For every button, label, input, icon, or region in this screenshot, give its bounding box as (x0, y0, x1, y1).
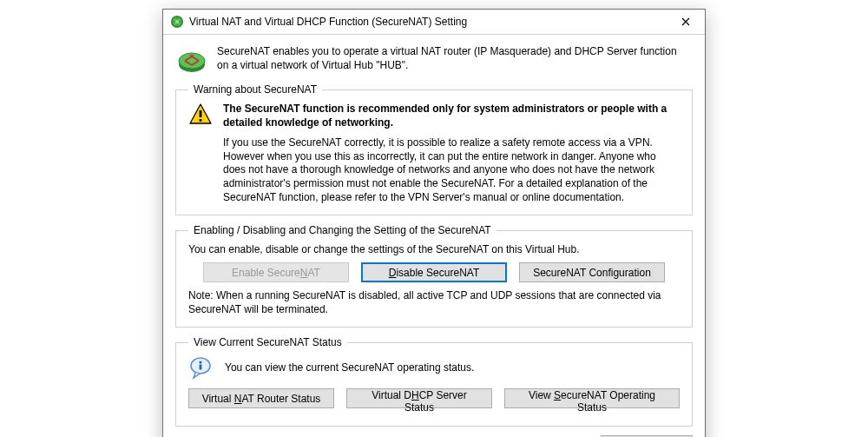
securenat-configuration-button[interactable]: SecureNAT Configuration (519, 262, 665, 282)
dialog-body: SecureNAT enables you to operate a virtu… (163, 35, 705, 437)
warning-icon (188, 103, 213, 127)
titlebar: Virtual NAT and Virtual DHCP Function (S… (163, 10, 705, 35)
status-description: You can view the current SecureNAT opera… (225, 361, 474, 374)
enable-group: Enabling / Disabling and Changing the Se… (175, 224, 693, 328)
app-icon (170, 15, 184, 29)
status-legend: View Current SecureNAT Status (188, 336, 347, 348)
close-button[interactable] (667, 10, 705, 34)
view-securenat-operating-status-button[interactable]: View SecureNAT Operating Status (504, 388, 680, 408)
warning-legend: Warning about SecureNAT (188, 83, 322, 96)
warning-body: If you use the SecureNAT correctly, it i… (223, 136, 680, 204)
disable-securenat-button[interactable]: Disable SecureNAT (361, 262, 507, 282)
window-title: Virtual NAT and Virtual DHCP Function (S… (189, 16, 667, 28)
intro-text: SecureNAT enables you to operate a virtu… (217, 45, 691, 72)
svg-rect-7 (200, 119, 202, 122)
enable-securenat-button: Enable SecureNAT (203, 262, 349, 282)
intro-section: SecureNAT enables you to operate a virtu… (177, 45, 691, 75)
virtual-nat-router-status-button[interactable]: Virtual NAT Router Status (188, 388, 334, 408)
warning-heading: The SecureNAT function is recommended on… (223, 103, 680, 129)
enable-legend: Enabling / Disabling and Changing the Se… (188, 224, 496, 236)
svg-point-2 (175, 20, 179, 23)
virtual-dhcp-server-status-button[interactable]: Virtual DHCP Server Status (346, 388, 492, 408)
svg-rect-10 (200, 365, 202, 370)
dialog-window: Virtual NAT and Virtual DHCP Function (S… (162, 9, 706, 437)
info-icon (188, 355, 213, 380)
router-icon (177, 45, 207, 75)
warning-group: Warning about SecureNAT The SecureNAT fu… (175, 83, 693, 215)
svg-point-9 (199, 361, 201, 364)
svg-rect-6 (200, 110, 202, 117)
enable-note: Note: When a running SecureNAT is disabl… (188, 289, 680, 316)
status-group: View Current SecureNAT Status You can vi… (175, 336, 693, 427)
enable-description: You can enable, disable or change the se… (188, 243, 680, 255)
